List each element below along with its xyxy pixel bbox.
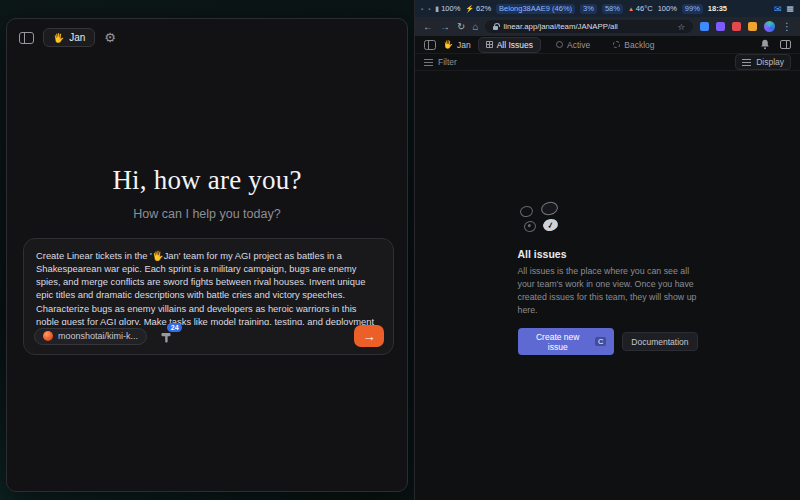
memory-indicator: 99%: [682, 4, 703, 14]
side-panel-icon[interactable]: [780, 40, 791, 49]
display-button[interactable]: Display: [735, 54, 791, 70]
model-selector[interactable]: moonshotai/kimi-k...: [34, 328, 147, 345]
tab-label: Active: [567, 40, 590, 50]
lock-icon: [493, 26, 498, 30]
tray-icon[interactable]: ▪: [428, 6, 430, 12]
documentation-button[interactable]: Documentation: [622, 332, 697, 351]
tab-active[interactable]: Active: [548, 37, 598, 53]
browser-toolbar: ← → ↻ ⌂ linear.app/janai/team/JANAPP/all…: [415, 17, 800, 36]
linear-app: 🖐 Jan All Issues Active Backlog: [415, 36, 800, 500]
settings-gear-icon[interactable]: ⚙: [104, 31, 116, 44]
message-composer[interactable]: Create Linear tickets in the '🖐Jan' team…: [23, 238, 394, 355]
charge-percent: 62%: [476, 4, 491, 13]
battery-indicator: ▮ 100%: [435, 4, 460, 13]
chat-topbar: 🖐 Jan ⚙: [7, 19, 407, 56]
linear-workspace-emoji: 🖐: [443, 40, 453, 49]
net-usage-indicator: 3%: [580, 4, 597, 14]
linear-filterbar: Filter Display: [415, 54, 800, 71]
linear-workspace-label: Jan: [457, 40, 471, 50]
chat-app-window: 🖐 Jan ⚙ Hi, how are you? How can I help …: [6, 18, 408, 492]
in-progress-status-icon: [522, 219, 536, 233]
filter-button[interactable]: Filter: [424, 57, 457, 67]
battery-icon: ▮: [435, 5, 439, 13]
linear-sidebar-toggle-icon[interactable]: [424, 40, 436, 50]
profile-avatar[interactable]: [764, 21, 775, 32]
chat-empty-state: Hi, how are you? How can I help you toda…: [7, 165, 407, 221]
temperature-indicator: ▲ 46°C: [628, 4, 653, 13]
extension-icon-blue[interactable]: [700, 22, 709, 31]
check-icon: ✓: [546, 219, 555, 229]
refresh-button[interactable]: ↻: [457, 22, 465, 32]
extension-icon-yellow[interactable]: [748, 22, 757, 31]
workspace-selector[interactable]: 🖐 Jan: [43, 28, 95, 47]
tools-count-badge: 24: [167, 323, 182, 332]
shortcut-key: C: [595, 337, 606, 346]
address-bar[interactable]: linear.app/janai/team/JANAPP/all ☆: [485, 20, 693, 33]
desktop-background: 🖐 Jan ⚙ Hi, how are you? How can I help …: [0, 0, 800, 500]
notifications-bell-icon[interactable]: [760, 39, 770, 50]
app-grid-icon[interactable]: ▦: [786, 4, 794, 13]
todo-status-icon: [518, 204, 533, 218]
active-status-icon: [556, 41, 563, 48]
empty-state-actions: Create new issue C Documentation: [518, 328, 698, 355]
volume-percent: 100%: [658, 4, 677, 13]
linear-tabbar-actions: [760, 39, 791, 50]
done-status-icon: ✓: [541, 217, 558, 232]
volume-indicator: 100%: [658, 4, 677, 13]
temperature-value: 46°C: [636, 4, 653, 13]
create-issue-label: Create new issue: [526, 332, 590, 352]
sidebar-toggle-icon[interactable]: [19, 32, 34, 44]
bolt-icon: ⚡: [465, 5, 474, 13]
greeting-title: Hi, how are you?: [7, 165, 407, 196]
warn-triangle-icon: ▲: [628, 6, 634, 12]
display-sliders-icon: [742, 59, 751, 66]
empty-state-title: All issues: [518, 248, 698, 260]
extension-icon-purple[interactable]: [716, 22, 725, 31]
linear-tabbar: 🖐 Jan All Issues Active Backlog: [415, 36, 800, 54]
browser-menu-icon[interactable]: ⋮: [782, 21, 792, 32]
wifi-network-indicator[interactable]: Belong38AAE9 (46%): [496, 4, 575, 14]
composer-toolbar: moonshotai/kimi-k... 24 →: [34, 325, 384, 347]
backlog-status-icon: [539, 200, 559, 217]
send-arrow-icon: →: [363, 329, 376, 344]
workspace-emoji: 🖐: [53, 33, 64, 43]
all-issues-empty-state: ✓ All issues All issues is the place whe…: [518, 202, 698, 356]
tab-label: All Issues: [497, 40, 533, 50]
linear-content: ✓ All issues All issues is the place whe…: [415, 71, 800, 500]
status-icons-cluster: ✓: [518, 202, 570, 238]
empty-state-description: All issues is the place where you can se…: [518, 265, 698, 318]
bookmark-star-icon[interactable]: ☆: [677, 22, 685, 32]
backlog-status-icon: [613, 41, 620, 48]
workspace-label: Jan: [69, 32, 85, 43]
all-issues-icon: [486, 41, 493, 48]
model-label: moonshotai/kimi-k...: [58, 331, 138, 341]
mail-tray-icon[interactable]: ✉: [774, 4, 782, 14]
cpu-usage-indicator: 58%: [602, 4, 623, 14]
battery-percent: 100%: [441, 4, 460, 13]
tab-all-issues[interactable]: All Issues: [478, 37, 541, 53]
send-button[interactable]: →: [354, 325, 384, 347]
extension-icon-red[interactable]: [732, 22, 741, 31]
forward-button[interactable]: →: [440, 22, 450, 32]
model-provider-icon: [43, 331, 53, 341]
url-text: linear.app/janai/team/JANAPP/all: [503, 22, 617, 31]
home-button[interactable]: ⌂: [472, 22, 478, 32]
linear-workspace[interactable]: 🖐 Jan: [443, 40, 471, 50]
display-label: Display: [756, 57, 784, 67]
filter-icon: [424, 59, 433, 66]
charge-indicator: ⚡ 62%: [465, 4, 491, 13]
create-new-issue-button[interactable]: Create new issue C: [518, 328, 615, 355]
tools-button[interactable]: 24: [160, 330, 175, 343]
tray-icon[interactable]: ▪: [421, 6, 423, 12]
back-button[interactable]: ←: [423, 22, 433, 32]
browser-window: ▪ ▪ ▮ 100% ⚡ 62% Belong38AAE9 (46%) 3% 5…: [414, 0, 800, 500]
filter-label: Filter: [438, 57, 457, 67]
hammer-icon: [160, 331, 173, 344]
tab-backlog[interactable]: Backlog: [605, 37, 662, 53]
clock: 18:35: [708, 4, 727, 13]
greeting-subtitle: How can I help you today?: [7, 207, 407, 221]
tab-label: Backlog: [624, 40, 654, 50]
system-statusbar: ▪ ▪ ▮ 100% ⚡ 62% Belong38AAE9 (46%) 3% 5…: [415, 0, 800, 17]
prompt-input[interactable]: Create Linear tickets in the '🖐Jan' team…: [36, 249, 381, 325]
